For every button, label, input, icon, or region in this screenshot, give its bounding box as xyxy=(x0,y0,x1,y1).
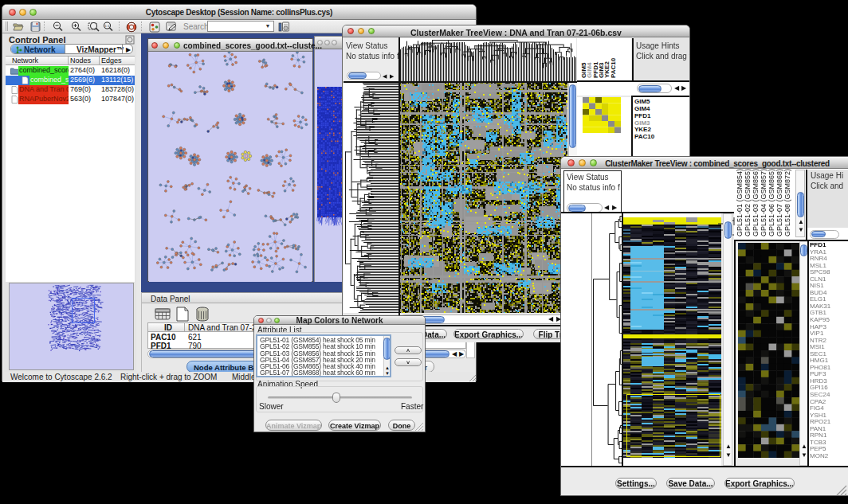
svg-text:1:1: 1:1 xyxy=(105,24,110,28)
